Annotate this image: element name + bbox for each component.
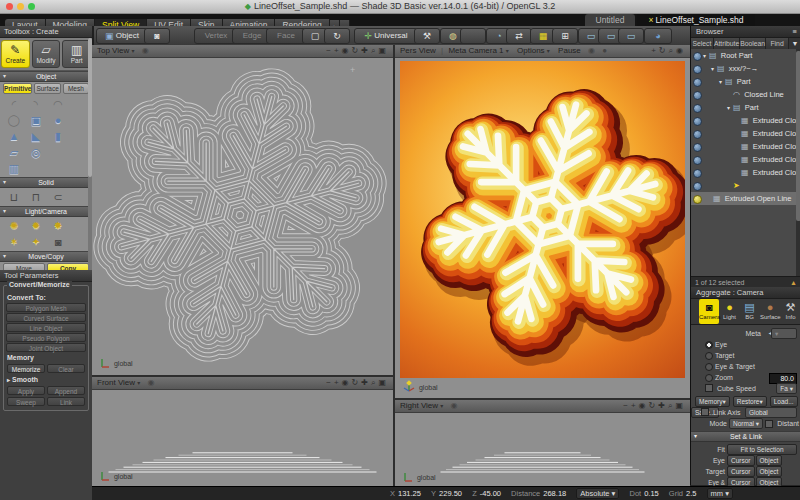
smooth-label[interactable]: ▸ Smooth xyxy=(7,376,85,383)
visibility-toggle[interactable] xyxy=(693,91,702,100)
eye-object-button[interactable]: Object xyxy=(756,455,783,466)
universal-manipulator-button[interactable]: ✛ Universal xyxy=(354,28,418,44)
cube-speed-dropdown[interactable]: Fa ▾ xyxy=(776,383,797,394)
target-object-button[interactable]: Object xyxy=(756,466,783,477)
tool-settings-button[interactable]: ⚒ xyxy=(414,28,440,44)
viewport-controls[interactable]: −+◉↻✚⌕▣ xyxy=(326,45,389,57)
convert-line-object-button[interactable]: Line Object xyxy=(6,323,86,332)
face-mode-button[interactable]: Face xyxy=(266,28,306,44)
link-axis-dropdown[interactable]: Global xyxy=(745,407,797,418)
tree-row[interactable]: ▦ Extruded Closed xyxy=(691,127,796,140)
tree-row[interactable]: ▾ ▤ Part xyxy=(691,75,796,88)
eye-cursor-button[interactable]: Cursor xyxy=(727,455,755,466)
viewport-controls[interactable]: −+◉↻✚⌕▣ xyxy=(326,377,389,389)
zoom-radio[interactable] xyxy=(705,374,713,382)
cube-speed-checkbox[interactable] xyxy=(705,384,713,392)
visibility-toggle[interactable] xyxy=(693,117,702,126)
filter-funnel-icon[interactable]: ▼ xyxy=(789,38,800,49)
wedge-primitive-icon[interactable]: ◣ xyxy=(26,128,46,144)
front-viewport[interactable]: Front View ▾ ◉ −+◉↻✚⌕▣ global xyxy=(92,377,393,486)
magnet-icon[interactable]: ◉ xyxy=(142,46,149,55)
convert-curved-surface-button[interactable]: Curved Surface xyxy=(6,313,86,322)
options-dropdown[interactable]: Options ▾ xyxy=(517,46,550,55)
tree-row[interactable]: ▾ ▤ Part xyxy=(691,101,796,114)
magnet-icon[interactable]: ◉ xyxy=(148,378,155,387)
convert-pseudo-polygon-button[interactable]: Pseudo Polygon xyxy=(6,333,86,342)
aggregate-tab-light[interactable]: ● Light xyxy=(720,299,739,324)
chevron-down-icon[interactable]: ▾ xyxy=(137,380,140,386)
target-radio[interactable] xyxy=(705,352,713,360)
aggregate-tab-surface[interactable]: ● Surface xyxy=(760,299,780,324)
browser-tab-boolean[interactable]: Boolean xyxy=(740,38,766,49)
camera-object-icon[interactable]: ◙ xyxy=(48,234,68,250)
tree-row[interactable]: ▦ Extruded Closed xyxy=(691,166,796,179)
smooth-sweep-button[interactable]: Sweep xyxy=(7,397,45,406)
target-cursor-button[interactable]: Cursor xyxy=(727,466,755,477)
visibility-toggle[interactable] xyxy=(693,182,702,191)
spot-light-icon[interactable]: ✹ xyxy=(26,218,46,234)
cylinder-primitive-icon[interactable]: ▮ xyxy=(48,128,68,144)
smooth-apply-button[interactable]: Apply xyxy=(7,386,45,395)
tree-row[interactable]: ▾ ▤ xxx/?~→ xyxy=(691,62,796,75)
browser-tab-select[interactable]: Select xyxy=(691,38,714,49)
arc-tool-icon[interactable]: ◜ xyxy=(4,96,24,112)
load-button[interactable]: Load... xyxy=(770,396,798,407)
toolbox-tab-mesh[interactable]: Mesh xyxy=(63,83,89,94)
convert-polygon-mesh-button[interactable]: Polygon Mesh xyxy=(6,303,86,312)
memory-menu-button[interactable]: Memory▾ xyxy=(695,396,730,407)
pause-button[interactable]: Pause xyxy=(558,46,581,55)
set-link-section[interactable]: ▾Set & Link xyxy=(691,431,800,442)
eye-radio[interactable] xyxy=(705,341,713,349)
aggregate-tab-bg[interactable]: ▤ BG xyxy=(740,299,759,324)
link-axis-checkbox[interactable] xyxy=(701,408,709,416)
aggregate-tab-info[interactable]: ⚒ Info xyxy=(781,299,800,324)
cone-primitive-icon[interactable]: ▲ xyxy=(4,128,24,144)
top-viewport[interactable]: Top View ▾ ◉ −+◉↻✚⌕▣ + global xyxy=(92,45,393,375)
unit-dropdown[interactable]: mm ▾ xyxy=(707,488,733,499)
object-mode-button[interactable]: ▣ Object xyxy=(96,28,148,44)
toolbox-part-button[interactable]: ▥ Part xyxy=(62,40,91,68)
ramp-primitive-icon[interactable]: ▱ xyxy=(4,144,24,160)
chevron-down-icon[interactable]: ▾ xyxy=(132,48,135,54)
toolbox-section-solid[interactable]: ▾ Solid xyxy=(0,177,92,188)
comment-icon[interactable]: ● xyxy=(602,46,607,55)
distant-light-icon[interactable]: ✸ xyxy=(48,218,68,234)
area-light-icon[interactable]: ✶ xyxy=(4,234,24,250)
magnet-icon[interactable]: ◉ xyxy=(451,401,458,410)
visibility-toggle[interactable] xyxy=(693,169,702,178)
eye-target-radio[interactable] xyxy=(705,363,713,371)
rotate-tool-button[interactable]: ↻ xyxy=(324,28,350,44)
visibility-toggle[interactable] xyxy=(693,78,702,87)
convert-joint-object-button[interactable]: Joint Object xyxy=(6,343,86,352)
close-tab-icon[interactable]: × xyxy=(648,15,653,25)
shaded-display-button[interactable]: ◕ xyxy=(644,28,672,44)
box-primitive-icon[interactable]: ▣ xyxy=(26,112,46,128)
circle-tool-icon[interactable]: ◯ xyxy=(4,112,24,128)
visibility-toggle[interactable] xyxy=(693,104,702,113)
cup-solid-icon[interactable]: ⊓ xyxy=(26,189,46,205)
visibility-toggle[interactable] xyxy=(693,156,702,165)
tree-row[interactable]: ▾ ▤ Root Part xyxy=(691,49,796,62)
tree-row[interactable]: ▦ Extruded Closed xyxy=(691,153,796,166)
browser-tab-find[interactable]: Find xyxy=(766,38,789,49)
display-mode-3-button[interactable]: ▭ xyxy=(618,28,644,44)
fit-to-selection-button[interactable]: Fit to Selection xyxy=(727,444,797,455)
clear-button[interactable]: Clear xyxy=(47,364,85,373)
right-viewport[interactable]: Right View ▾ ◉ −+◉↻✚⌕▣ global xyxy=(395,400,690,486)
tree-row-selected[interactable]: ▦ Extruded Open Line xyxy=(691,192,796,205)
visibility-toggle[interactable] xyxy=(693,65,702,74)
toolbox-tab-surface[interactable]: Surface xyxy=(34,83,60,94)
openline-tool-icon[interactable]: ◠ xyxy=(48,96,68,112)
aggregate-tab-camera[interactable]: ◙ Camera xyxy=(699,299,719,324)
restore-menu-button[interactable]: Restore▾ xyxy=(733,396,767,407)
toolbox-section-object[interactable]: ▾ Object xyxy=(0,71,92,82)
tree-row[interactable]: ◠ Closed Line xyxy=(691,88,796,101)
toolbox-modify-button[interactable]: ▱ Modify xyxy=(32,40,61,68)
viewport-controls[interactable]: +↻⌕◉ xyxy=(651,45,686,57)
toolbox-tab-primitive[interactable]: Primitive xyxy=(3,83,32,94)
toolbox-section-move-copy[interactable]: ▾ Move/Copy xyxy=(0,251,92,262)
mode-dropdown[interactable]: Normal ▾ xyxy=(729,418,763,429)
toolbox-create-button[interactable]: ✎ Create xyxy=(1,40,30,68)
visibility-toggle[interactable] xyxy=(693,143,702,152)
empty-slot-button[interactable] xyxy=(460,28,486,44)
